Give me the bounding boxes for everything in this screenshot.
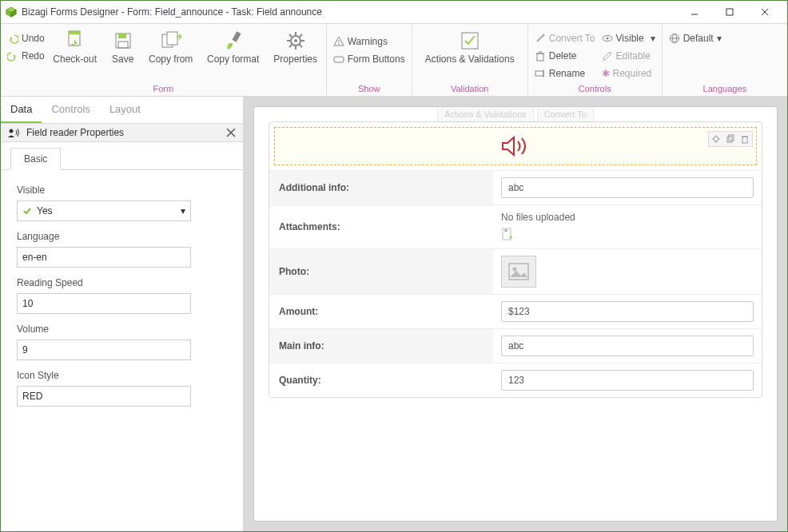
svg-point-60 [513, 268, 517, 272]
svg-line-26 [289, 45, 292, 47]
trash-icon [535, 50, 546, 62]
properties-button[interactable]: Properties [272, 27, 320, 65]
visible-button[interactable]: Visible ▾ [602, 30, 655, 46]
svg-line-24 [289, 34, 292, 37]
quantity-label: Quantity: [269, 363, 493, 397]
redo-button[interactable]: Redo [7, 48, 45, 64]
svg-rect-4 [726, 9, 733, 15]
photo-label: Photo: [269, 249, 493, 294]
group-label-controls: Controls [535, 82, 655, 96]
save-icon [113, 30, 133, 51]
additional-info-label: Additional info: [269, 171, 493, 204]
gear-icon [285, 30, 306, 51]
group-label-form: Form [7, 82, 320, 96]
brush-icon [223, 30, 244, 51]
svg-rect-55 [742, 137, 747, 143]
rename-button[interactable]: Rename [535, 66, 595, 81]
form-buttons-button[interactable]: Form Buttons [333, 51, 405, 67]
form-buttons-icon [333, 54, 344, 64]
checkout-icon [65, 30, 86, 51]
dropdown-caret-icon: ▾ [651, 33, 655, 44]
convert-to-button[interactable]: Convert To [535, 30, 595, 46]
globe-icon [669, 33, 680, 44]
svg-rect-16 [167, 32, 177, 45]
editable-button[interactable]: Editable [602, 48, 655, 64]
attachments-label: Attachments: [269, 205, 493, 248]
svg-line-33 [537, 35, 543, 42]
checkout-button[interactable]: Check-out [51, 27, 99, 65]
tab-data[interactable]: Data [1, 97, 42, 123]
copy-from-button[interactable]: Copy from [147, 27, 195, 65]
copy-from-icon [161, 30, 181, 51]
basic-tab[interactable]: Basic [10, 148, 61, 170]
widget-copy-button[interactable] [724, 133, 737, 145]
warnings-button[interactable]: Warnings [333, 34, 405, 50]
main-info-label: Main info: [269, 329, 493, 363]
window-maximize-button[interactable] [712, 1, 747, 23]
check-icon [22, 206, 32, 216]
copy-format-button[interactable]: Copy format [201, 27, 265, 65]
additional-info-input[interactable]: abc [501, 177, 754, 198]
check-icon [460, 30, 480, 51]
dropdown-caret-icon: ▾ [181, 205, 185, 216]
svg-point-19 [294, 39, 297, 42]
tab-layout[interactable]: Layout [100, 97, 150, 123]
svg-point-48 [714, 137, 718, 141]
widget-delete-button[interactable] [738, 133, 751, 145]
volume-label: Volume [17, 324, 227, 335]
svg-marker-58 [504, 229, 507, 232]
svg-rect-35 [537, 54, 543, 61]
redo-icon [7, 50, 18, 62]
undo-button[interactable]: Undo [7, 30, 45, 46]
amount-input[interactable]: $123 [501, 301, 754, 322]
dropdown-caret-icon: ▾ [717, 33, 722, 44]
delete-button[interactable]: Delete [535, 48, 595, 64]
group-label-languages: Languages [669, 82, 781, 96]
svg-point-30 [338, 43, 340, 45]
photo-placeholder[interactable] [501, 256, 536, 288]
reading-speed-input[interactable]: 10 [17, 293, 191, 314]
ghost-toolbar: Actions & Validations Convert To [437, 106, 594, 122]
required-button[interactable]: ✱ Required [602, 66, 655, 81]
svg-rect-38 [535, 71, 543, 76]
window-close-button[interactable] [747, 1, 782, 23]
language-button[interactable]: Default ▾ [669, 30, 722, 46]
window-minimize-button[interactable] [677, 1, 712, 23]
language-label: Language [17, 231, 227, 242]
icon-style-label: Icon Style [17, 370, 227, 381]
tab-controls[interactable]: Controls [42, 97, 99, 123]
quantity-input[interactable]: 123 [501, 370, 754, 391]
undo-icon [7, 33, 18, 44]
icon-style-input[interactable]: RED [17, 386, 191, 407]
group-label-validation: Validation [419, 82, 521, 96]
main-info-input[interactable]: abc [501, 335, 754, 356]
svg-point-34 [542, 34, 544, 37]
wand-icon [535, 33, 546, 44]
volume-input[interactable]: 9 [17, 339, 191, 360]
svg-line-27 [300, 34, 302, 37]
visible-label: Visible [17, 185, 227, 196]
left-panel: Data Controls Layout Field reader Proper… [1, 97, 244, 531]
speaker-widget[interactable] [274, 127, 757, 165]
upload-icon[interactable] [501, 228, 514, 242]
svg-rect-31 [334, 57, 344, 62]
reading-speed-label: Reading Speed [17, 277, 227, 288]
svg-point-41 [606, 38, 608, 40]
svg-rect-53 [727, 137, 732, 142]
speaker-icon [498, 133, 533, 159]
visible-select[interactable]: Yes ▾ [17, 200, 191, 221]
ghost-convert: Convert To [537, 106, 594, 122]
app-icon [6, 6, 17, 18]
save-button[interactable]: Save [105, 27, 141, 65]
asterisk-icon: ✱ [602, 68, 610, 79]
properties-header: Field reader Properties [1, 124, 243, 142]
svg-rect-13 [118, 34, 126, 38]
widget-settings-button[interactable] [710, 133, 722, 145]
ribbon: Undo Redo Check-out Save Copy from [1, 23, 787, 97]
close-properties-button[interactable] [225, 127, 237, 138]
language-input[interactable]: en-en [17, 247, 191, 268]
actions-validations-button[interactable]: Actions & Validations [419, 27, 521, 65]
properties-title: Field reader Properties [26, 127, 124, 138]
group-label-show: Show [333, 82, 405, 96]
pencil-icon [602, 50, 613, 62]
